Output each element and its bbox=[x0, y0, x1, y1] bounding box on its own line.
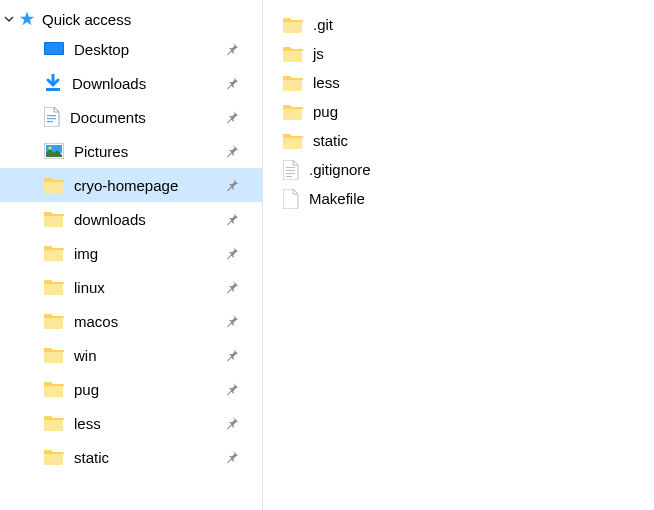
file-item-label: pug bbox=[313, 103, 338, 120]
svg-rect-10 bbox=[286, 170, 295, 171]
quick-access-label: Quick access bbox=[42, 11, 131, 28]
sidebar-item-label: linux bbox=[74, 279, 105, 296]
pin-icon bbox=[224, 177, 240, 193]
sidebar-item-label: Desktop bbox=[74, 41, 129, 58]
pin-icon bbox=[224, 109, 240, 125]
document-icon bbox=[44, 107, 60, 127]
sidebar-item-label: Pictures bbox=[74, 143, 128, 160]
sidebar-item-img[interactable]: img bbox=[0, 236, 262, 270]
navigation-pane: Quick access DesktopDownloadsDocumentsPi… bbox=[0, 0, 263, 510]
sidebar-item-documents[interactable]: Documents bbox=[0, 100, 262, 134]
sidebar-item-label: cryo-homepage bbox=[74, 177, 178, 194]
sidebar-item-linux[interactable]: linux bbox=[0, 270, 262, 304]
folder-icon bbox=[44, 279, 64, 295]
file-item-label: Makefile bbox=[309, 190, 365, 207]
file-item-static[interactable]: static bbox=[283, 126, 654, 155]
sidebar-item-label: pug bbox=[74, 381, 99, 398]
sidebar-item-desktop[interactable]: Desktop bbox=[0, 32, 262, 66]
folder-icon bbox=[283, 133, 303, 149]
blankfile-icon bbox=[283, 189, 299, 209]
svg-rect-2 bbox=[46, 88, 60, 91]
sidebar-item-label: macos bbox=[74, 313, 118, 330]
pin-icon bbox=[224, 245, 240, 261]
textfile-icon bbox=[283, 160, 299, 180]
file-list-pane: .gitjslesspugstatic.gitignoreMakefile bbox=[263, 0, 654, 510]
quick-access-header[interactable]: Quick access bbox=[0, 6, 262, 32]
quick-access-star-icon bbox=[18, 10, 36, 28]
svg-rect-12 bbox=[286, 176, 292, 177]
folder-icon bbox=[44, 415, 64, 431]
sidebar-item-downloads[interactable]: downloads bbox=[0, 202, 262, 236]
svg-rect-5 bbox=[47, 121, 53, 122]
folder-icon bbox=[44, 347, 64, 363]
file-item-label: .gitignore bbox=[309, 161, 371, 178]
svg-rect-11 bbox=[286, 173, 295, 174]
pin-icon bbox=[224, 41, 240, 57]
file-item-less[interactable]: less bbox=[283, 68, 654, 97]
sidebar-item-macos[interactable]: macos bbox=[0, 304, 262, 338]
sidebar-item-less[interactable]: less bbox=[0, 406, 262, 440]
desktop-icon bbox=[44, 41, 64, 57]
pin-icon bbox=[224, 313, 240, 329]
sidebar-item-downloads[interactable]: Downloads bbox=[0, 66, 262, 100]
folder-icon bbox=[44, 313, 64, 329]
pin-icon bbox=[224, 449, 240, 465]
svg-rect-1 bbox=[45, 43, 63, 54]
pin-icon bbox=[224, 347, 240, 363]
folder-icon bbox=[44, 245, 64, 261]
sidebar-item-label: Documents bbox=[70, 109, 146, 126]
sidebar-item-static[interactable]: static bbox=[0, 440, 262, 474]
sidebar-item-win[interactable]: win bbox=[0, 338, 262, 372]
folder-icon bbox=[44, 211, 64, 227]
sidebar-item-label: less bbox=[74, 415, 101, 432]
pin-icon bbox=[224, 143, 240, 159]
file-item--gitignore[interactable]: .gitignore bbox=[283, 155, 654, 184]
sidebar-item-label: Downloads bbox=[72, 75, 146, 92]
svg-rect-3 bbox=[47, 115, 56, 116]
pin-icon bbox=[224, 415, 240, 431]
file-item-label: static bbox=[313, 132, 348, 149]
pictures-icon bbox=[44, 143, 64, 159]
svg-point-8 bbox=[49, 147, 52, 150]
file-item-js[interactable]: js bbox=[283, 39, 654, 68]
sidebar-item-cryo-homepage[interactable]: cryo-homepage bbox=[0, 168, 262, 202]
pin-icon bbox=[224, 381, 240, 397]
sidebar-item-pug[interactable]: pug bbox=[0, 372, 262, 406]
file-item-label: js bbox=[313, 45, 324, 62]
pin-icon bbox=[224, 75, 240, 91]
folder-icon bbox=[44, 449, 64, 465]
svg-rect-4 bbox=[47, 118, 56, 119]
folder-icon bbox=[44, 177, 64, 193]
folder-icon bbox=[283, 104, 303, 120]
sidebar-item-label: static bbox=[74, 449, 109, 466]
sidebar-item-label: win bbox=[74, 347, 97, 364]
pin-icon bbox=[224, 279, 240, 295]
file-item-label: .git bbox=[313, 16, 333, 33]
file-item-makefile[interactable]: Makefile bbox=[283, 184, 654, 213]
download-icon bbox=[44, 74, 62, 92]
sidebar-item-label: downloads bbox=[74, 211, 146, 228]
sidebar-item-label: img bbox=[74, 245, 98, 262]
chevron-down-icon bbox=[4, 14, 14, 24]
folder-icon bbox=[283, 46, 303, 62]
folder-icon bbox=[283, 75, 303, 91]
sidebar-item-pictures[interactable]: Pictures bbox=[0, 134, 262, 168]
file-item-pug[interactable]: pug bbox=[283, 97, 654, 126]
pin-icon bbox=[224, 211, 240, 227]
folder-icon bbox=[283, 17, 303, 33]
svg-rect-9 bbox=[286, 167, 295, 168]
file-item-label: less bbox=[313, 74, 340, 91]
file-item--git[interactable]: .git bbox=[283, 10, 654, 39]
folder-icon bbox=[44, 381, 64, 397]
